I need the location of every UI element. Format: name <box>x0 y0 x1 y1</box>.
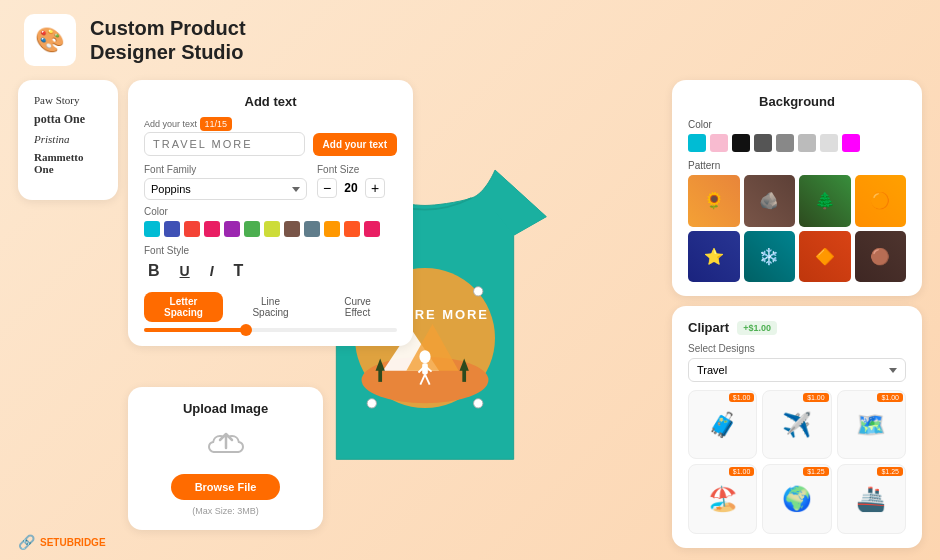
clipart-image: ✈️ <box>767 395 826 454</box>
font-family-section: Font Family Poppins Roboto <box>144 164 307 200</box>
svg-point-8 <box>419 351 430 364</box>
font-size-decrease[interactable]: − <box>317 178 337 198</box>
font-item[interactable]: Pristina <box>34 133 102 145</box>
pattern-item[interactable]: 🟤 <box>855 231 907 283</box>
clipart-category-select[interactable]: Travel Nature Sports <box>688 358 906 382</box>
bg-color-swatch[interactable] <box>754 134 772 152</box>
bg-color-swatch[interactable] <box>798 134 816 152</box>
background-title: Background <box>688 94 906 109</box>
background-color-swatches <box>688 134 906 152</box>
svg-point-18 <box>474 399 483 408</box>
pattern-section-label: Pattern <box>688 160 906 171</box>
font-style-label: Font Style <box>144 245 397 256</box>
color-swatch[interactable] <box>144 221 160 237</box>
bold-button[interactable]: B <box>144 260 164 282</box>
app-logo: 🎨 <box>24 14 76 66</box>
brand-icon: 🔗 <box>18 534 35 550</box>
color-swatch[interactable] <box>284 221 300 237</box>
svg-point-17 <box>367 399 376 408</box>
select-designs-label: Select Designs <box>688 343 906 354</box>
clipart-item[interactable]: $1.00 ✈️ <box>762 390 831 459</box>
header: 🎨 Custom Product Designer Studio <box>0 0 940 80</box>
brand: 🔗 SETUBRIDGE <box>18 534 106 550</box>
bg-color-swatch[interactable] <box>688 134 706 152</box>
slider-fill <box>144 328 245 332</box>
right-column: Background Color Pattern 🌻 🪨 🌲 🟠 ⭐ ❄️ <box>672 80 922 560</box>
pattern-item[interactable]: 🔶 <box>799 231 851 283</box>
title-line1: Custom Product <box>90 16 246 40</box>
clipart-grid: $1.00 🧳 $1.00 ✈️ $1.00 🗺️ $1.00 🏖️ $1.25 <box>688 390 906 534</box>
text-style-button[interactable]: T <box>230 260 248 282</box>
line-spacing-btn[interactable]: LineSpacing <box>231 292 310 322</box>
clipart-price: $1.00 <box>803 393 829 402</box>
text-input[interactable] <box>144 132 305 156</box>
add-text-panel: Add text Add your text 11/15 Add your te… <box>128 80 413 346</box>
font-item[interactable]: potta One <box>34 112 102 127</box>
clipart-title: Clipart <box>688 320 729 335</box>
curve-effect-btn[interactable]: CurveEffect <box>318 292 397 322</box>
center-area: Add text Add your text 11/15 Add your te… <box>128 80 662 560</box>
clipart-item[interactable]: $1.00 🧳 <box>688 390 757 459</box>
font-settings-row: Font Family Poppins Roboto Font Size − 2… <box>144 164 397 200</box>
clipart-image: 🚢 <box>842 469 901 528</box>
color-swatch[interactable] <box>364 221 380 237</box>
color-swatch[interactable] <box>344 221 360 237</box>
text-color-swatches <box>144 221 397 237</box>
spacing-row: LetterSpacing LineSpacing CurveEffect <box>144 292 397 322</box>
color-swatch[interactable] <box>304 221 320 237</box>
bg-color-swatch[interactable] <box>820 134 838 152</box>
add-text-button[interactable]: Add your text <box>313 133 397 156</box>
clipart-item[interactable]: $1.00 🏖️ <box>688 464 757 533</box>
pattern-item[interactable]: 🪨 <box>744 175 796 227</box>
clipart-price: $1.00 <box>729 393 755 402</box>
clipart-image: 🏖️ <box>693 469 752 528</box>
clipart-image: 🧳 <box>693 395 752 454</box>
color-swatch[interactable] <box>184 221 200 237</box>
color-swatch[interactable] <box>224 221 240 237</box>
font-item[interactable]: Paw Story <box>34 94 102 106</box>
font-size-label: Font Size <box>317 164 397 175</box>
title-line2: Designer Studio <box>90 40 246 64</box>
text-counter: 11/15 <box>200 117 233 131</box>
main-content: Paw Story potta One Pristina Rammetto On… <box>0 80 940 560</box>
pattern-item[interactable]: 🌻 <box>688 175 740 227</box>
font-size-value: 20 <box>341 181 361 195</box>
font-list-panel: Paw Story potta One Pristina Rammetto On… <box>18 80 118 200</box>
font-item[interactable]: Rammetto One <box>34 151 102 175</box>
app-title: Custom Product Designer Studio <box>90 16 246 64</box>
slider-thumb[interactable] <box>240 324 252 336</box>
font-size-increase[interactable]: + <box>365 178 385 198</box>
spacing-slider[interactable] <box>144 328 397 332</box>
color-swatch[interactable] <box>324 221 340 237</box>
font-family-select[interactable]: Poppins Roboto <box>144 178 307 200</box>
font-family-label: Font Family <box>144 164 307 175</box>
clipart-item[interactable]: $1.25 🚢 <box>837 464 906 533</box>
pattern-item[interactable]: ❄️ <box>744 231 796 283</box>
italic-button[interactable]: I <box>206 261 218 281</box>
bg-color-swatch[interactable] <box>710 134 728 152</box>
color-swatch[interactable] <box>164 221 180 237</box>
browse-file-button[interactable]: Browse File <box>171 474 281 500</box>
clipart-header: Clipart +$1.00 <box>688 320 906 335</box>
clipart-item[interactable]: $1.00 🗺️ <box>837 390 906 459</box>
bg-color-swatch[interactable] <box>732 134 750 152</box>
clipart-item[interactable]: $1.25 🌍 <box>762 464 831 533</box>
pattern-item[interactable]: 🌲 <box>799 175 851 227</box>
svg-point-16 <box>474 287 483 296</box>
underline-button[interactable]: U <box>176 261 194 281</box>
logo-icon: 🎨 <box>35 26 65 54</box>
bg-color-swatch[interactable] <box>776 134 794 152</box>
color-swatch[interactable] <box>204 221 220 237</box>
color-swatch[interactable] <box>244 221 260 237</box>
font-size-control: − 20 + <box>317 178 397 198</box>
color-swatch[interactable] <box>264 221 280 237</box>
background-panel: Background Color Pattern 🌻 🪨 🌲 🟠 ⭐ ❄️ <box>672 80 922 296</box>
bg-color-swatch[interactable] <box>842 134 860 152</box>
letter-spacing-btn[interactable]: LetterSpacing <box>144 292 223 322</box>
clipart-price: $1.25 <box>877 467 903 476</box>
pattern-item[interactable]: ⭐ <box>688 231 740 283</box>
add-text-title: Add text <box>144 94 397 109</box>
text-input-row: Add your text <box>144 132 397 156</box>
pattern-item[interactable]: 🟠 <box>855 175 907 227</box>
clipart-panel: Clipart +$1.00 Select Designs Travel Nat… <box>672 306 922 548</box>
